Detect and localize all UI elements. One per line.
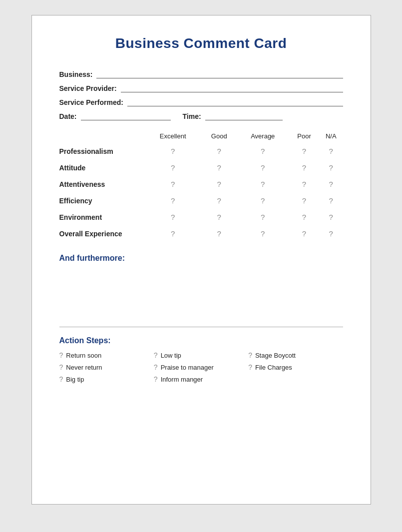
radio-efficiency-poor[interactable]: ? bbox=[289, 192, 319, 209]
action-steps-title: Action Steps: bbox=[59, 336, 343, 345]
radio-environment-good[interactable]: ? bbox=[202, 209, 237, 225]
table-row: Environment ? ? ? ? ? bbox=[59, 209, 343, 225]
date-time-row: Date: Time: bbox=[59, 111, 343, 120]
radio-overall-good[interactable]: ? bbox=[202, 225, 237, 242]
action-label-file-charges: File Charges bbox=[255, 364, 292, 371]
action-label-return-soon: Return soon bbox=[66, 352, 101, 359]
checkbox-inform-manger[interactable]: ? bbox=[154, 375, 158, 383]
checkbox-return-soon[interactable]: ? bbox=[59, 351, 63, 359]
action-item-low-tip[interactable]: ? Low tip bbox=[154, 351, 248, 359]
radio-efficiency-na[interactable]: ? bbox=[319, 192, 343, 209]
business-input-line[interactable] bbox=[96, 69, 343, 78]
radio-environment-average[interactable]: ? bbox=[237, 209, 289, 225]
radio-professionalism-na[interactable]: ? bbox=[319, 143, 343, 159]
action-item-big-tip[interactable]: ? Big tip bbox=[59, 375, 154, 383]
checkbox-praise-manager[interactable]: ? bbox=[154, 363, 158, 371]
action-item-inform-manger[interactable]: ? Inform manger bbox=[154, 375, 248, 383]
radio-attitude-na[interactable]: ? bbox=[319, 159, 343, 176]
action-label-never-return: Never return bbox=[66, 364, 102, 371]
row-label-professionalism: Professionalism bbox=[59, 143, 144, 159]
radio-attitude-average[interactable]: ? bbox=[237, 159, 289, 176]
radio-professionalism-average[interactable]: ? bbox=[237, 143, 289, 159]
service-performed-input-line[interactable] bbox=[127, 97, 343, 106]
radio-attentiveness-average[interactable]: ? bbox=[237, 176, 289, 192]
radio-attentiveness-excellent[interactable]: ? bbox=[144, 176, 202, 192]
action-label-inform-manger: Inform manger bbox=[161, 376, 203, 383]
radio-attitude-excellent[interactable]: ? bbox=[144, 159, 202, 176]
time-input-line[interactable] bbox=[205, 111, 283, 120]
table-row: Attitude ? ? ? ? ? bbox=[59, 159, 343, 176]
table-row: Overall Experience ? ? ? ? ? bbox=[59, 225, 343, 242]
radio-environment-excellent[interactable]: ? bbox=[144, 209, 202, 225]
col-header-average: Average bbox=[237, 132, 289, 143]
radio-efficiency-good[interactable]: ? bbox=[202, 192, 237, 209]
checkbox-stage-boycott[interactable]: ? bbox=[248, 351, 252, 359]
service-performed-field-row: Service Performed: bbox=[59, 97, 343, 106]
action-item-praise-manager[interactable]: ? Praise to manager bbox=[154, 363, 248, 371]
action-label-low-tip: Low tip bbox=[161, 352, 181, 359]
radio-overall-na[interactable]: ? bbox=[319, 225, 343, 242]
rating-section: Excellent Good Average Poor N/A Professi… bbox=[59, 132, 343, 242]
checkbox-never-return[interactable]: ? bbox=[59, 363, 63, 371]
radio-efficiency-excellent[interactable]: ? bbox=[144, 192, 202, 209]
action-item-return-soon[interactable]: ? Return soon bbox=[59, 351, 154, 359]
radio-overall-average[interactable]: ? bbox=[237, 225, 289, 242]
fields-section: Business: Service Provider: Service Perf… bbox=[59, 69, 343, 120]
service-provider-field-row: Service Provider: bbox=[59, 83, 343, 92]
action-item-empty bbox=[248, 375, 343, 383]
table-row: Professionalism ? ? ? ? ? bbox=[59, 143, 343, 159]
col-header-na: N/A bbox=[319, 132, 343, 143]
table-row: Attentiveness ? ? ? ? ? bbox=[59, 176, 343, 192]
action-item-stage-boycott[interactable]: ? Stage Boycott bbox=[248, 351, 343, 359]
row-label-attitude: Attitude bbox=[59, 159, 144, 176]
date-input-line[interactable] bbox=[81, 111, 171, 120]
table-row: Efficiency ? ? ? ? ? bbox=[59, 192, 343, 209]
row-label-attentiveness: Attentiveness bbox=[59, 176, 144, 192]
row-label-environment: Environment bbox=[59, 209, 144, 225]
checkbox-low-tip[interactable]: ? bbox=[154, 351, 158, 359]
furthermore-title: And furthermore: bbox=[59, 254, 343, 263]
action-steps-grid: ? Return soon ? Low tip ? Stage Boycott … bbox=[59, 351, 343, 383]
radio-attentiveness-poor[interactable]: ? bbox=[289, 176, 319, 192]
action-item-file-charges[interactable]: ? File Charges bbox=[248, 363, 343, 371]
furthermore-textarea[interactable] bbox=[59, 267, 343, 317]
radio-professionalism-excellent[interactable]: ? bbox=[144, 143, 202, 159]
card-title: Business Comment Card bbox=[59, 35, 343, 51]
date-label: Date: bbox=[59, 112, 77, 120]
business-comment-card: Business Comment Card Business: Service … bbox=[31, 15, 371, 505]
rating-table: Excellent Good Average Poor N/A Professi… bbox=[59, 132, 343, 242]
radio-attentiveness-na[interactable]: ? bbox=[319, 176, 343, 192]
radio-environment-na[interactable]: ? bbox=[319, 209, 343, 225]
action-item-never-return[interactable]: ? Never return bbox=[59, 363, 154, 371]
action-label-stage-boycott: Stage Boycott bbox=[255, 352, 296, 359]
row-label-overall-experience: Overall Experience bbox=[59, 225, 144, 242]
furthermore-section: And furthermore: bbox=[59, 254, 343, 319]
radio-overall-poor[interactable]: ? bbox=[289, 225, 319, 242]
checkbox-file-charges[interactable]: ? bbox=[248, 363, 252, 371]
action-steps-section: Action Steps: ? Return soon ? Low tip ? … bbox=[59, 336, 343, 383]
action-label-big-tip: Big tip bbox=[66, 376, 84, 383]
time-label: Time: bbox=[183, 112, 201, 120]
checkbox-big-tip[interactable]: ? bbox=[59, 375, 63, 383]
business-field-row: Business: bbox=[59, 69, 343, 78]
radio-professionalism-poor[interactable]: ? bbox=[289, 143, 319, 159]
divider bbox=[59, 327, 343, 327]
row-label-efficiency: Efficiency bbox=[59, 192, 144, 209]
business-label: Business: bbox=[59, 70, 93, 78]
action-label-praise-manager: Praise to manager bbox=[161, 364, 214, 371]
service-provider-label: Service Provider: bbox=[59, 84, 117, 92]
service-performed-label: Service Performed: bbox=[59, 98, 123, 106]
service-provider-input-line[interactable] bbox=[121, 83, 343, 92]
radio-efficiency-average[interactable]: ? bbox=[237, 192, 289, 209]
radio-attitude-poor[interactable]: ? bbox=[289, 159, 319, 176]
col-header-empty bbox=[59, 132, 144, 143]
col-header-excellent: Excellent bbox=[144, 132, 202, 143]
radio-professionalism-good[interactable]: ? bbox=[202, 143, 237, 159]
radio-attentiveness-good[interactable]: ? bbox=[202, 176, 237, 192]
radio-environment-poor[interactable]: ? bbox=[289, 209, 319, 225]
col-header-good: Good bbox=[202, 132, 237, 143]
radio-attitude-good[interactable]: ? bbox=[202, 159, 237, 176]
radio-overall-excellent[interactable]: ? bbox=[144, 225, 202, 242]
col-header-poor: Poor bbox=[289, 132, 319, 143]
